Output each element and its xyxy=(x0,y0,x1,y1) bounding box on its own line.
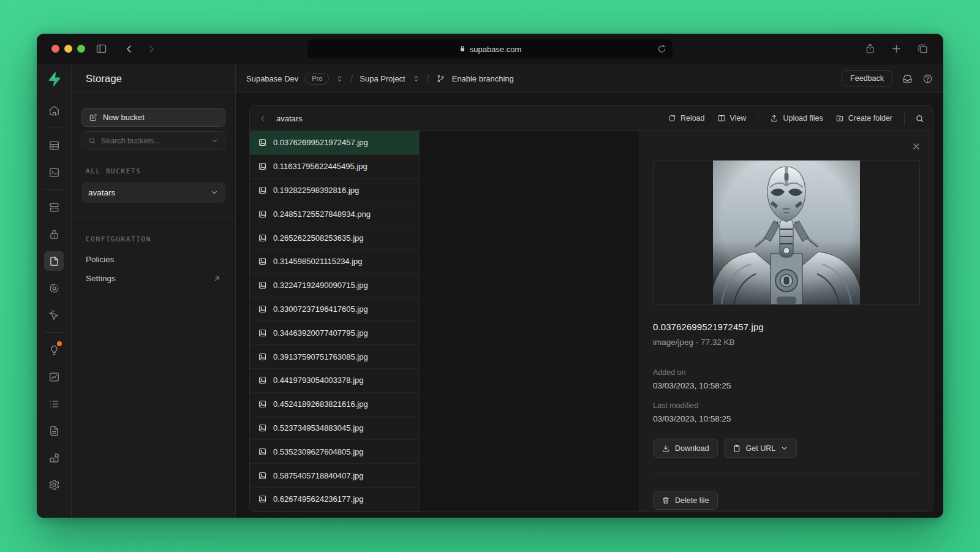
image-file-icon xyxy=(258,281,267,290)
nav-home-icon[interactable] xyxy=(44,100,64,120)
chevrons-up-down-icon[interactable] xyxy=(412,75,420,83)
preview-filename: 0.03762699521972457.jpg xyxy=(653,322,920,332)
upload-files-button[interactable]: Upload files xyxy=(764,110,829,126)
nav-table-editor-icon[interactable] xyxy=(44,135,64,155)
file-row[interactable]: 0.5875405718840407.jpg xyxy=(250,464,419,488)
nav-advisors-icon[interactable] xyxy=(44,340,64,360)
nav-edge-functions-icon[interactable] xyxy=(44,278,64,298)
nav-settings-icon[interactable] xyxy=(44,475,64,494)
download-button[interactable]: Download xyxy=(653,439,718,458)
bucket-item-avatars[interactable]: avatars xyxy=(81,182,225,203)
plan-badge: Pro xyxy=(305,73,329,85)
inbox-icon[interactable] xyxy=(902,74,913,84)
file-row[interactable]: 0.2652622508253635.jpg xyxy=(250,226,419,250)
search-buckets-input[interactable] xyxy=(101,137,206,145)
all-buckets-label: ALL BUCKETS xyxy=(86,167,221,175)
nav-integrations-icon[interactable] xyxy=(44,448,64,467)
nav-database-icon[interactable] xyxy=(44,197,64,217)
file-row[interactable]: 0.5237349534883045.jpg xyxy=(250,417,419,440)
nav-reports-icon[interactable] xyxy=(44,367,64,387)
divider xyxy=(653,474,920,474)
file-row[interactable]: 0.6267495624236177.jpg xyxy=(250,488,419,512)
file-row[interactable]: 0.11631795622445495.jpg xyxy=(250,155,419,179)
storage-sidebar: Storage New bucket xyxy=(72,64,236,518)
nav-authentication-icon[interactable] xyxy=(44,224,64,244)
file-name: 0.5237349534883045.jpg xyxy=(273,423,363,433)
file-row[interactable]: 0.03762699521972457.jpg xyxy=(250,131,419,155)
file-row[interactable]: 0.5352309627604805.jpg xyxy=(250,440,419,464)
explorer-toolbar: avatars Reload View xyxy=(250,106,933,131)
feedback-button[interactable]: Feedback xyxy=(842,70,892,86)
file-row[interactable]: 0.34463920077407795.jpg xyxy=(250,321,419,345)
nav-realtime-icon[interactable] xyxy=(44,305,64,325)
file-name: 0.34463920077407795.jpg xyxy=(273,328,368,338)
create-folder-button[interactable]: Create folder xyxy=(829,110,899,126)
divider xyxy=(758,111,758,126)
chevrons-up-down-icon[interactable] xyxy=(336,75,344,83)
page-reload-icon[interactable] xyxy=(657,44,666,53)
delete-file-button[interactable]: Delete file xyxy=(653,491,718,510)
file-row[interactable]: 0.192822598392816.jpg xyxy=(250,179,419,203)
help-icon[interactable] xyxy=(922,74,933,84)
file-row[interactable]: 0.32247192490090715.jpg xyxy=(250,274,419,298)
traffic-lights xyxy=(51,45,85,53)
image-file-icon xyxy=(258,494,267,504)
nav-sql-editor-icon[interactable] xyxy=(44,162,64,182)
new-tab-icon[interactable] xyxy=(891,43,902,55)
robot-preview-image xyxy=(713,161,860,304)
get-url-button[interactable]: Get URL xyxy=(724,439,797,458)
nav-api-docs-icon[interactable] xyxy=(44,421,64,440)
sidebar-item-settings[interactable]: Settings xyxy=(81,269,225,288)
last-modified-value: 03/03/2023, 10:58:25 xyxy=(653,414,920,423)
file-name: 0.5875405718840407.jpg xyxy=(273,471,363,480)
file-row[interactable]: 0.24851725527848934.png xyxy=(250,202,419,226)
browser-sidebar-toggle-icon[interactable] xyxy=(95,42,108,55)
main-area: Supabase Dev Pro / Supa Project / Enable… xyxy=(236,64,943,518)
close-icon[interactable] xyxy=(911,142,921,151)
bucket-name: avatars xyxy=(88,188,115,197)
reload-button[interactable]: Reload xyxy=(662,110,711,126)
chevron-left-icon[interactable] xyxy=(258,114,268,123)
image-file-icon xyxy=(258,233,267,243)
file-list: 0.03762699521972457.jpg 0.11631795622445… xyxy=(250,131,420,512)
tab-overview-icon[interactable] xyxy=(917,43,929,55)
added-on-value: 03/03/2023, 10:58:25 xyxy=(653,381,920,390)
close-window-button[interactable] xyxy=(51,45,59,53)
sidebar-item-policies[interactable]: Policies xyxy=(81,250,225,269)
enable-branching-button[interactable]: Enable branching xyxy=(452,74,514,83)
file-row[interactable]: 0.4419793054003378.jpg xyxy=(250,369,419,393)
file-name: 0.2652622508253635.jpg xyxy=(273,233,363,243)
browser-back-icon[interactable] xyxy=(124,43,135,55)
storage-content: avatars Reload View xyxy=(236,93,943,518)
minimize-window-button[interactable] xyxy=(64,45,72,53)
maximize-window-button[interactable] xyxy=(77,45,85,53)
breadcrumb-project[interactable]: Supa Project xyxy=(360,74,405,83)
new-bucket-button[interactable]: New bucket xyxy=(81,108,225,127)
file-row[interactable]: 0.3145985021115234.jpg xyxy=(250,250,419,274)
address-bar[interactable]: supabase.com xyxy=(307,39,673,58)
next-column-empty xyxy=(420,131,640,512)
view-button[interactable]: View xyxy=(711,110,753,126)
file-name: 0.33007237196417605.jpg xyxy=(273,304,368,314)
share-icon[interactable] xyxy=(864,43,876,55)
configuration-label: CONFIGURATION xyxy=(86,235,221,243)
file-name: 0.03762699521972457.jpg xyxy=(273,138,368,147)
search-files-icon[interactable] xyxy=(910,110,929,127)
file-name: 0.4419793054003378.jpg xyxy=(273,376,363,385)
file-row[interactable]: 0.39137590751763085.jpg xyxy=(250,345,419,369)
supabase-logo[interactable] xyxy=(47,64,61,93)
chevron-down-icon xyxy=(210,188,219,197)
breadcrumb-separator: / xyxy=(427,74,429,83)
file-row[interactable]: 0.45241892683821616.jpg xyxy=(250,393,419,417)
image-file-icon xyxy=(258,304,267,314)
git-branch-icon xyxy=(436,74,445,83)
file-name: 0.3145985021115234.jpg xyxy=(273,257,363,266)
image-file-icon xyxy=(258,186,267,195)
nav-logs-icon[interactable] xyxy=(44,394,64,414)
browser-forward-icon[interactable] xyxy=(146,43,157,55)
advisors-notification-dot xyxy=(57,341,62,346)
breadcrumb-org[interactable]: Supabase Dev xyxy=(246,74,298,83)
file-name: 0.45241892683821616.jpg xyxy=(273,399,368,409)
file-row[interactable]: 0.33007237196417605.jpg xyxy=(250,298,419,322)
nav-storage-icon[interactable] xyxy=(44,251,64,271)
